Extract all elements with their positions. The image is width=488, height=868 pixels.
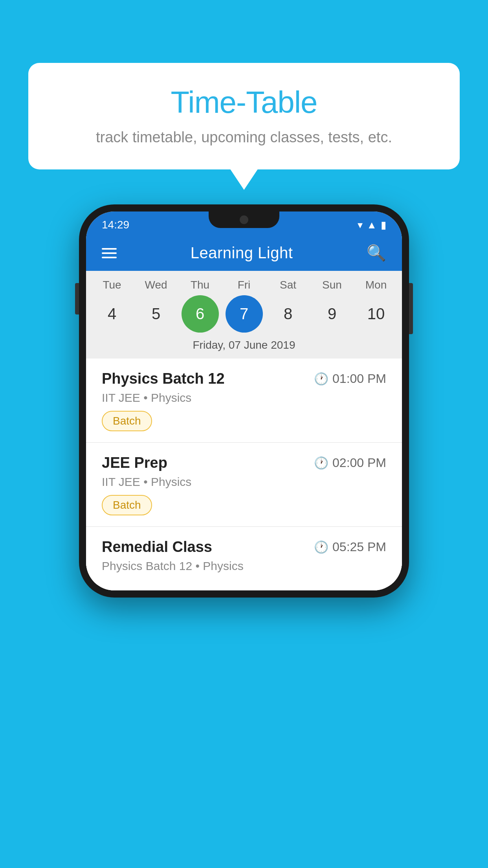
hero-subtitle: track timetable, upcoming classes, tests… bbox=[52, 129, 436, 146]
phone-frame: 14:29 ▾ ▲ ▮ Learning Light 🔍 bbox=[79, 204, 409, 598]
schedule-item-remedial[interactable]: Remedial Class 🕐 05:25 PM Physics Batch … bbox=[86, 527, 402, 590]
clock-icon-2: 🕐 bbox=[314, 456, 328, 470]
phone-screen: 14:29 ▾ ▲ ▮ Learning Light 🔍 bbox=[86, 211, 402, 590]
menu-line-3 bbox=[102, 257, 117, 258]
clock-icon-3: 🕐 bbox=[314, 540, 328, 554]
day-10[interactable]: 10 bbox=[358, 295, 395, 333]
day-4[interactable]: 4 bbox=[94, 295, 131, 333]
clock-icon-1: 🕐 bbox=[314, 372, 328, 386]
battery-icon: ▮ bbox=[381, 219, 386, 231]
day-numbers: 4 5 6 7 8 9 10 bbox=[86, 295, 402, 339]
batch-badge-1: Batch bbox=[102, 411, 152, 431]
day-header-tue: Tue bbox=[94, 279, 131, 291]
day-headers: Tue Wed Thu Fri Sat Sun Mon bbox=[86, 279, 402, 295]
schedule-title-2: JEE Prep bbox=[102, 454, 167, 471]
schedule-title-1: Physics Batch 12 bbox=[102, 370, 225, 387]
schedule-time-text-3: 05:25 PM bbox=[332, 540, 386, 554]
search-button[interactable]: 🔍 bbox=[367, 244, 386, 262]
schedule-item-jee-prep[interactable]: JEE Prep 🕐 02:00 PM IIT JEE • Physics Ba… bbox=[86, 443, 402, 527]
menu-line-2 bbox=[102, 252, 117, 254]
day-9[interactable]: 9 bbox=[314, 295, 351, 333]
menu-line-1 bbox=[102, 248, 117, 250]
day-5[interactable]: 5 bbox=[138, 295, 175, 333]
schedule-subtitle-3: Physics Batch 12 • Physics bbox=[102, 559, 386, 573]
power-button bbox=[409, 283, 413, 334]
day-7-selected[interactable]: 7 bbox=[226, 295, 263, 333]
front-camera bbox=[240, 215, 248, 224]
schedule-subtitle-2: IIT JEE • Physics bbox=[102, 475, 386, 489]
status-time: 14:29 bbox=[102, 219, 129, 231]
status-icons: ▾ ▲ ▮ bbox=[358, 219, 386, 231]
app-bar: Learning Light 🔍 bbox=[86, 235, 402, 271]
signal-icon: ▲ bbox=[367, 219, 377, 231]
day-header-sun: Sun bbox=[314, 279, 351, 291]
wifi-icon: ▾ bbox=[358, 219, 363, 231]
schedule-item-header-1: Physics Batch 12 🕐 01:00 PM bbox=[102, 370, 386, 387]
day-header-sat: Sat bbox=[270, 279, 307, 291]
schedule-time-text-2: 02:00 PM bbox=[332, 456, 386, 470]
day-header-wed: Wed bbox=[138, 279, 175, 291]
schedule-time-2: 🕐 02:00 PM bbox=[314, 456, 386, 470]
schedule-item-physics-batch[interactable]: Physics Batch 12 🕐 01:00 PM IIT JEE • Ph… bbox=[86, 359, 402, 443]
schedule-title-3: Remedial Class bbox=[102, 539, 212, 555]
calendar-strip: Tue Wed Thu Fri Sat Sun Mon 4 5 6 7 8 9 … bbox=[86, 271, 402, 359]
schedule-time-text-1: 01:00 PM bbox=[332, 371, 386, 386]
day-header-mon: Mon bbox=[358, 279, 395, 291]
selected-date-label: Friday, 07 June 2019 bbox=[86, 339, 402, 359]
day-header-fri: Fri bbox=[226, 279, 263, 291]
schedule-subtitle-1: IIT JEE • Physics bbox=[102, 391, 386, 405]
phone-notch bbox=[209, 211, 279, 228]
volume-button bbox=[75, 283, 79, 314]
hero-title: Time-Table bbox=[52, 85, 436, 120]
batch-badge-2: Batch bbox=[102, 495, 152, 515]
schedule-list: Physics Batch 12 🕐 01:00 PM IIT JEE • Ph… bbox=[86, 359, 402, 590]
app-title: Learning Light bbox=[191, 244, 293, 262]
day-8[interactable]: 8 bbox=[270, 295, 307, 333]
schedule-time-1: 🕐 01:00 PM bbox=[314, 371, 386, 386]
day-6-today[interactable]: 6 bbox=[182, 295, 219, 333]
phone-mockup: 14:29 ▾ ▲ ▮ Learning Light 🔍 bbox=[79, 204, 409, 598]
schedule-item-header-2: JEE Prep 🕐 02:00 PM bbox=[102, 454, 386, 471]
menu-button[interactable] bbox=[102, 248, 117, 258]
schedule-item-header-3: Remedial Class 🕐 05:25 PM bbox=[102, 539, 386, 555]
schedule-time-3: 🕐 05:25 PM bbox=[314, 540, 386, 554]
day-header-thu: Thu bbox=[182, 279, 219, 291]
speech-bubble: Time-Table track timetable, upcoming cla… bbox=[28, 63, 460, 169]
